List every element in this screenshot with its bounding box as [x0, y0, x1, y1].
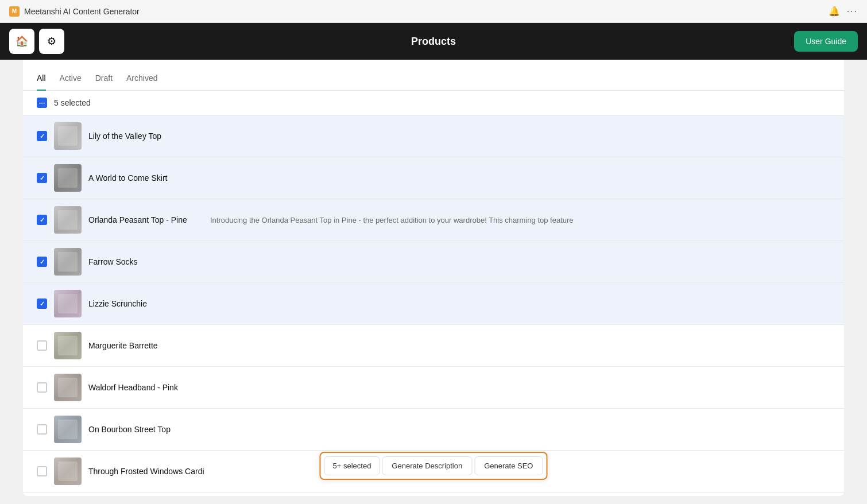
title-bar-left: M Meetanshi AI Content Generator: [9, 6, 140, 17]
product-name: Orlanda Peasant Top - Pine: [88, 215, 203, 224]
tab-draft[interactable]: Draft: [95, 69, 113, 91]
main-content: All Active Draft Archived 5 selected Lil…: [23, 60, 844, 496]
product-checkbox[interactable]: [37, 298, 47, 309]
product-checkbox[interactable]: [37, 173, 47, 183]
product-checkbox[interactable]: [37, 424, 47, 435]
list-item: Lizzie Scrunchie: [23, 283, 844, 325]
floating-action-bar: 5+ selected Generate Description Generat…: [320, 452, 548, 480]
product-name: Lizzie Scrunchie: [88, 299, 203, 308]
settings-button[interactable]: ⚙: [39, 29, 64, 54]
generate-description-button[interactable]: Generate Description: [382, 456, 472, 475]
product-checkbox[interactable]: [37, 257, 47, 267]
product-thumbnail: [54, 248, 82, 276]
product-name: On Bourbon Street Top: [88, 425, 203, 434]
product-checkbox[interactable]: [37, 131, 47, 141]
title-bar-actions: 🔔 ···: [829, 6, 858, 17]
tab-all[interactable]: All: [37, 69, 46, 91]
product-thumbnail: [54, 164, 82, 192]
list-item: Marguerite Barrette: [23, 325, 844, 367]
product-name: Marguerite Barrette: [88, 341, 203, 350]
product-description: Introducing the Orlanda Peasant Top in P…: [210, 216, 574, 224]
selected-count-label: 5 selected: [54, 98, 91, 107]
product-checkbox[interactable]: [37, 466, 47, 476]
select-all-checkbox[interactable]: [37, 98, 47, 108]
bell-icon[interactable]: 🔔: [829, 6, 840, 17]
list-item: Lily of the Valley Top: [23, 115, 844, 157]
tab-active[interactable]: Active: [60, 69, 82, 91]
product-checkbox[interactable]: [37, 382, 47, 393]
product-thumbnail: [54, 290, 82, 317]
list-item: On Bourbon Street Top: [23, 409, 844, 451]
product-name: Farrow Socks: [88, 257, 203, 266]
product-name: Lily of the Valley Top: [88, 131, 203, 141]
tab-archived[interactable]: Archived: [126, 69, 157, 91]
home-button[interactable]: 🏠: [9, 29, 34, 54]
user-guide-button[interactable]: User Guide: [794, 31, 858, 52]
product-thumbnail: [54, 332, 82, 359]
top-bar-nav: 🏠 ⚙: [9, 29, 64, 54]
page-title: Products: [411, 36, 456, 48]
product-thumbnail: [54, 458, 82, 485]
product-thumbnail: [54, 374, 82, 401]
product-thumbnail: [54, 416, 82, 443]
list-item: Waldorf Headband - Pink: [23, 367, 844, 409]
product-thumbnail: [54, 206, 82, 234]
select-all-row: 5 selected: [23, 91, 844, 115]
app-icon: M: [9, 6, 20, 17]
generate-seo-button[interactable]: Generate SEO: [474, 456, 543, 475]
list-item: Orlanda Peasant Top - Pine Introducing t…: [23, 199, 844, 241]
more-icon[interactable]: ···: [847, 6, 858, 17]
app-title: Meetanshi AI Content Generator: [24, 7, 140, 16]
top-bar: 🏠 ⚙ Products User Guide: [0, 23, 867, 60]
list-item: Farrow Socks: [23, 241, 844, 283]
product-name: Through Frosted Windows Cardi: [88, 467, 204, 476]
product-checkbox[interactable]: [37, 215, 47, 225]
product-list: Lily of the Valley Top A World to Come S…: [23, 115, 844, 493]
product-name: Waldorf Headband - Pink: [88, 383, 203, 392]
floating-selected-count: 5+ selected: [324, 456, 380, 475]
product-checkbox[interactable]: [37, 340, 47, 351]
product-name: A World to Come Skirt: [88, 173, 203, 183]
list-item: A World to Come Skirt: [23, 157, 844, 199]
title-bar: M Meetanshi AI Content Generator 🔔 ···: [0, 0, 867, 23]
tabs-container: All Active Draft Archived: [23, 60, 844, 91]
product-thumbnail: [54, 122, 82, 150]
